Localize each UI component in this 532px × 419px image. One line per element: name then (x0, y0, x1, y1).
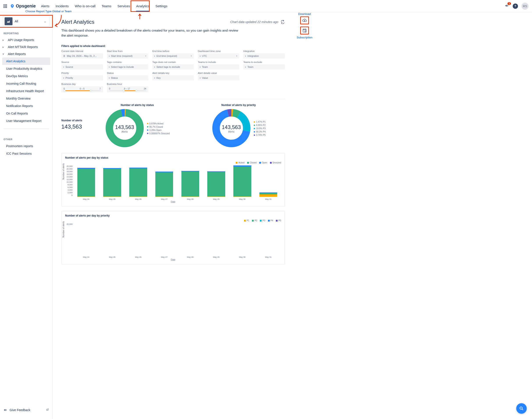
section-other: OTHER (0, 133, 52, 142)
app-switcher-icon[interactable] (3, 4, 7, 8)
filter-label: Start time from (107, 50, 148, 52)
help-icon[interactable]: ? (513, 3, 518, 9)
sidebar-sub-on-call-reports[interactable]: On Call Reports (0, 110, 52, 117)
funnel-icon: ▾ (109, 77, 110, 79)
chart-title: Number of alerts by status (121, 104, 154, 107)
filters-heading: Filters applied to whole dashboard: (61, 45, 285, 48)
bar-chart: Number of alerts22,00020,00018,00016,000… (65, 165, 281, 200)
funnel-icon: ▾ (154, 55, 155, 57)
divider (61, 99, 285, 99)
filter-label: Dashboard time zone (198, 50, 239, 52)
sidebar-sub-alert-analytics[interactable]: Alert Analytics (2, 57, 50, 65)
filter-teams-to-include[interactable]: ▾Team (198, 64, 239, 69)
avatar[interactable]: RS (521, 3, 529, 10)
chart-alerts-per-day-priority: Number of alerts per day by priorityP1P2… (61, 211, 285, 264)
nav-teams[interactable]: Teams (102, 1, 111, 12)
nav-settings[interactable]: Settings (155, 1, 167, 12)
right-rail: Download Subscription (296, 12, 313, 39)
search-icon (519, 406, 524, 411)
chevron-down-icon: ⌄ (44, 20, 47, 23)
funnel-icon: ▾ (109, 55, 110, 57)
report-scope-selector[interactable]: All ⌄ (3, 16, 49, 27)
caret-icon: ▼ (236, 55, 237, 57)
sidebar-sub-infrastructure-health-report[interactable]: Infrastructure Health Report (0, 87, 52, 95)
refresh-icon[interactable] (281, 20, 285, 25)
download-link[interactable]: Download (298, 12, 311, 15)
filter-tags-contains[interactable]: ▾Select tags to include (107, 64, 148, 69)
filter-label: Status (107, 72, 148, 74)
filter-label: Tags contains (107, 61, 148, 63)
sidebar-sub-monthly-overview[interactable]: Monthly Overview (0, 95, 52, 102)
brand[interactable]: Opsgenie (10, 3, 36, 9)
sidebar-item-api-usage-reports[interactable]: API Usage Reports (0, 36, 52, 43)
filter-label: Tags does not contain (152, 61, 194, 63)
chart-icon (5, 17, 12, 25)
funnel-icon: ▾ (200, 66, 201, 68)
sidebar-sub-incoming-call-routing[interactable]: Incoming Call Routing (0, 80, 52, 87)
filter-label: Integration (243, 50, 285, 52)
filter-tags-does-not-contain[interactable]: ▾Select tags to exclude (152, 64, 194, 69)
sidebar-sub-notification-reports[interactable]: Notification Reports (0, 102, 52, 110)
slider-business-day[interactable]: 00 – 57 (61, 86, 103, 92)
filter-teams-to-exclude[interactable]: ▾Team (243, 64, 285, 69)
funnel-icon: ▾ (63, 77, 64, 79)
bar-chart: Number of alerts22,000May 24May 25May 26… (65, 223, 281, 258)
page-description: This dashboard shows you a detailed brea… (61, 28, 241, 38)
megaphone-icon[interactable]: 1 (505, 3, 509, 9)
chart-legend: 0.978% Acked95.7% Closed3.29% Open0.0006… (147, 122, 170, 135)
divider (3, 129, 49, 129)
subscription-link[interactable]: Subscription (297, 36, 312, 39)
caret-icon: ▼ (145, 55, 147, 57)
filter-alert-details-value[interactable]: ▾Value (198, 75, 239, 80)
chart-title: Number of alerts per day by priority (65, 214, 281, 217)
nav-analytics[interactable]: Analytics (136, 1, 149, 12)
nav-who-is-on-call[interactable]: Who is on-call (75, 1, 96, 12)
svg-point-0 (12, 5, 13, 6)
funnel-icon: ▾ (154, 66, 155, 68)
subscription-button[interactable] (300, 26, 309, 34)
filter-source[interactable]: ▾Source (61, 64, 103, 69)
sidebar-sub-user-productivity-analytics[interactable]: User Productivity Analytics (0, 65, 52, 72)
filter-label: Business day (61, 83, 103, 85)
sidebar-other-icc-past-sessions[interactable]: ICC Past Sessions (0, 150, 52, 157)
brand-label: Opsgenie (16, 3, 36, 9)
sidebar: All ⌄ REPORTING API Usage ReportsAlert M… (0, 12, 53, 419)
calendar-icon: 🗓 (63, 55, 65, 57)
sidebar-other-postmortem-reports[interactable]: Postmortem reports (0, 142, 52, 150)
filter-status[interactable]: ▾Status (107, 75, 148, 80)
sidebar-item-alert-reports[interactable]: Alert Reports (0, 51, 52, 57)
sidebar-item-alert-mtta-r-reports[interactable]: Alert MTTA/R Reports (0, 43, 52, 51)
filter-start-time-from[interactable]: ▾Start time (required)▼ (107, 53, 148, 59)
filter-label: Teams to include (198, 61, 239, 63)
slider-business-hour[interactable]: 09 – 1724 (107, 86, 148, 92)
intercom-fab[interactable] (516, 403, 527, 414)
filter-label: Teams to exclude (243, 61, 285, 63)
filter-dashboard-time-zone[interactable]: ▾UTC▼ (198, 53, 239, 59)
page-title: Alert Analytics (61, 19, 94, 25)
download-button[interactable] (300, 16, 309, 24)
notification-badge: 1 (507, 2, 511, 5)
funnel-icon: ▾ (63, 66, 64, 68)
filter-priority[interactable]: ▾Priority (61, 75, 103, 80)
chart-legend: P1P2P3P4P5 (65, 219, 281, 222)
filter-current-date-interval[interactable]: 🗓May 24, 2024 – May 31, 2... (61, 53, 103, 59)
sidebar-sub-user-management-report[interactable]: User Management Report (0, 117, 52, 125)
megaphone-icon (3, 408, 7, 412)
chart-title: Number of alerts per day by status (65, 156, 281, 159)
caret-icon: ▼ (190, 55, 192, 57)
filter-end-time-before[interactable]: ▾End time (required)▼ (152, 53, 194, 59)
external-link-icon (46, 408, 49, 412)
filter-integration[interactable]: ▾Integration (243, 53, 285, 59)
top-nav: Opsgenie AlertsIncidentsWho is on-callTe… (0, 0, 532, 12)
chart-legend: 1.47% P16.55% P219.9% P368.3% P43.74% P5 (254, 120, 266, 137)
filter-label: Business hour (107, 83, 148, 85)
give-feedback-link[interactable]: Give Feedback (0, 405, 52, 416)
funnel-icon: ▾ (245, 55, 246, 57)
filter-label: Priority (61, 72, 103, 74)
report-scope-label: All (15, 20, 42, 23)
funnel-icon: ▾ (154, 77, 155, 79)
sidebar-sub-devops-metrics[interactable]: DevOps Metrics (0, 72, 52, 80)
nav-services[interactable]: Services (117, 1, 130, 12)
filter-alert-details-key[interactable]: ▾Key (152, 75, 194, 80)
filter-label: Alert details value (198, 72, 239, 74)
